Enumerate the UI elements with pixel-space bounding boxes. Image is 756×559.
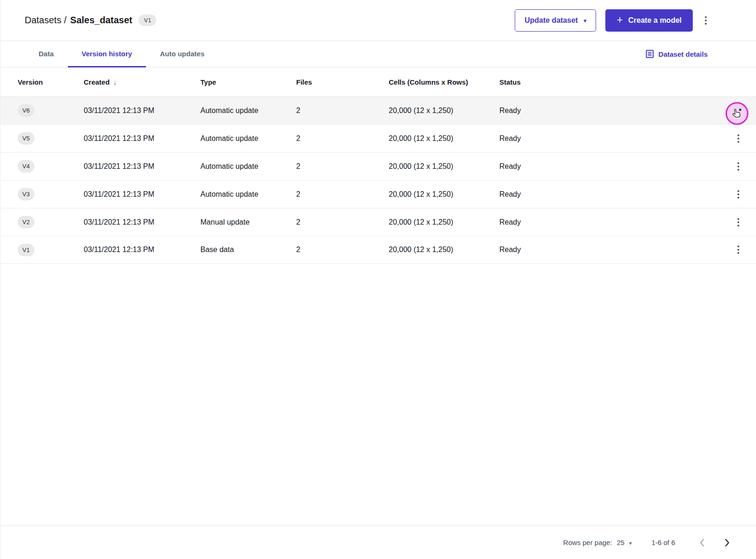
version-history-table: Version Created ↓ Type Files Cells (Colu… <box>0 67 756 264</box>
version-badge: V3 <box>18 188 34 200</box>
type-cell: Automatic update <box>200 162 296 171</box>
files-cell: 2 <box>296 218 389 226</box>
status-cell: Ready <box>499 246 725 254</box>
row-overflow-menu-button[interactable] <box>735 160 742 173</box>
tab-auto-updates[interactable]: Auto updates <box>146 41 219 67</box>
kebab-dot <box>737 138 739 140</box>
kebab-dot <box>737 169 739 171</box>
status-cell: Ready <box>499 162 725 171</box>
page-title: Sales_dataset <box>70 15 132 26</box>
created-cell: 03/11/2021 12:13 PM <box>84 162 200 171</box>
row-overflow-menu-button[interactable] <box>735 132 742 146</box>
kebab-dot <box>737 190 739 192</box>
header-overflow-menu-button[interactable] <box>702 13 710 27</box>
table-row[interactable]: V4 03/11/2021 12:13 PM Automatic update … <box>0 152 756 180</box>
row-overflow-menu-button[interactable] <box>735 215 742 229</box>
table-row[interactable]: V1 03/11/2021 12:13 PM Base data 2 20,00… <box>0 236 756 264</box>
version-badge: V2 <box>18 216 34 228</box>
table-header-row: Version Created ↓ Type Files Cells (Colu… <box>0 67 756 96</box>
kebab-dot <box>737 197 739 199</box>
kebab-dot <box>737 166 739 167</box>
tab-auto-updates-label: Auto updates <box>160 50 205 58</box>
table-row[interactable]: V2 03/11/2021 12:13 PM Manual update 2 2… <box>0 208 756 236</box>
kebab-dot <box>737 134 739 136</box>
cursor-highlight-ring <box>726 102 749 125</box>
row-overflow-menu-button[interactable] <box>735 243 742 257</box>
version-badge: V1 <box>18 244 34 256</box>
pagination-footer: Rows per page: 25 ▾ 1-6 of 6 <box>0 526 756 559</box>
breadcrumb-datasets-link[interactable]: Datasets / <box>25 15 66 26</box>
files-cell: 2 <box>296 106 389 115</box>
version-cell: V5 <box>18 132 84 145</box>
kebab-dot <box>737 225 739 226</box>
rows-per-page-label: Rows per page: <box>563 539 612 546</box>
page-header: Datasets / Sales_dataset V1 Update datas… <box>0 0 756 41</box>
hand-cursor-icon <box>730 107 743 120</box>
update-dataset-label: Update dataset <box>524 16 578 25</box>
rows-per-page-value: 25 <box>617 539 624 546</box>
dataset-details-label: Dataset details <box>658 50 708 58</box>
type-cell: Automatic update <box>200 106 296 115</box>
created-cell: 03/11/2021 12:13 PM <box>84 134 200 143</box>
files-cell: 2 <box>296 190 389 199</box>
status-cell: Ready <box>499 218 725 226</box>
type-cell: Automatic update <box>200 190 296 199</box>
dataset-details-link[interactable]: Dataset details <box>646 41 708 67</box>
row-overflow-menu-button[interactable] <box>735 187 742 201</box>
chevron-right-icon <box>724 539 730 547</box>
version-cell: V3 <box>18 188 84 200</box>
files-cell: 2 <box>296 246 389 254</box>
chevron-down-icon: ▾ <box>584 18 587 24</box>
plus-icon: + <box>617 15 623 25</box>
version-cell: V2 <box>18 216 84 228</box>
cells-cell: 20,000 (12 x 1,250) <box>389 190 499 199</box>
create-model-button[interactable]: + Create a model <box>605 9 693 32</box>
breadcrumb: Datasets / Sales_dataset V1 <box>25 14 156 26</box>
row-actions-cell <box>725 153 751 180</box>
kebab-dot <box>705 16 707 18</box>
document-icon <box>646 50 654 58</box>
version-cell: V1 <box>18 244 84 256</box>
table-row[interactable]: V3 03/11/2021 12:13 PM Automatic update … <box>0 180 756 208</box>
chevron-down-icon: ▾ <box>629 540 632 546</box>
cells-cell: 20,000 (12 x 1,250) <box>389 106 499 115</box>
dataset-version-badge: V1 <box>139 14 156 26</box>
table-row[interactable]: V5 03/11/2021 12:13 PM Automatic update … <box>0 124 756 152</box>
files-cell: 2 <box>296 162 389 171</box>
kebab-dot <box>737 218 739 220</box>
status-cell: Ready <box>499 106 725 115</box>
kebab-dot <box>737 252 739 254</box>
previous-page-button[interactable] <box>696 536 708 550</box>
row-actions-cell <box>725 180 751 208</box>
created-cell: 03/11/2021 12:13 PM <box>84 190 200 199</box>
version-table-body: V6 03/11/2021 12:13 PM Automatic update … <box>0 96 756 264</box>
tab-version-history[interactable]: Version history <box>68 41 146 67</box>
status-cell: Ready <box>499 190 725 199</box>
table-row[interactable]: V6 03/11/2021 12:13 PM Automatic update … <box>0 96 756 124</box>
cells-cell: 20,000 (12 x 1,250) <box>389 134 499 143</box>
version-badge: V5 <box>18 132 34 145</box>
column-header-created[interactable]: Created ↓ <box>84 78 200 86</box>
kebab-dot <box>705 23 707 25</box>
pager <box>696 536 733 550</box>
kebab-dot <box>737 246 739 247</box>
tab-data-label: Data <box>39 50 54 58</box>
cells-cell: 20,000 (12 x 1,250) <box>389 246 499 254</box>
created-cell: 03/11/2021 12:13 PM <box>84 246 200 254</box>
files-cell: 2 <box>296 134 389 143</box>
tab-bar: Data Version history Auto updates Datase… <box>0 41 756 67</box>
version-badge: V6 <box>18 104 34 117</box>
kebab-dot <box>737 193 739 195</box>
kebab-dot <box>737 141 739 143</box>
rows-per-page-select[interactable]: Rows per page: 25 ▾ <box>563 539 632 546</box>
update-dataset-button[interactable]: Update dataset ▾ <box>515 9 596 32</box>
next-page-button[interactable] <box>722 536 733 550</box>
version-cell: V6 <box>18 104 84 117</box>
created-cell: 03/11/2021 12:13 PM <box>84 106 200 115</box>
created-cell: 03/11/2021 12:13 PM <box>84 218 200 226</box>
tab-version-history-label: Version history <box>82 50 132 58</box>
sort-descending-icon[interactable]: ↓ <box>113 78 117 86</box>
header-actions: Update dataset ▾ + Create a model <box>515 9 710 32</box>
kebab-dot <box>737 249 739 251</box>
tab-data[interactable]: Data <box>25 41 68 67</box>
